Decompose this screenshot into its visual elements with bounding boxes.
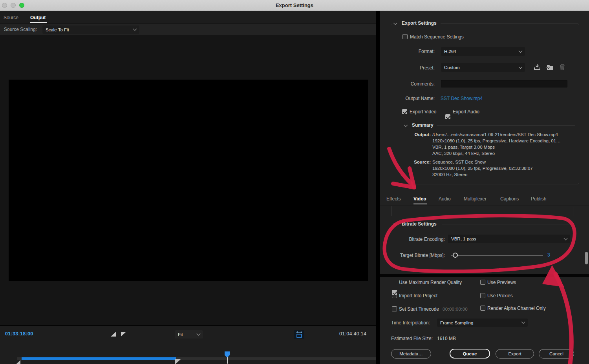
summary-source-line: Sequence, SST Dec Show: [432, 159, 486, 165]
playhead-marker[interactable]: [225, 351, 230, 358]
bitrate-header[interactable]: Bitrate Settings: [402, 221, 437, 227]
cancel-button[interactable]: Cancel: [539, 349, 574, 359]
video-preview-frame: [9, 80, 368, 281]
render-alpha-label: Render Alpha Channel Only: [487, 306, 546, 311]
tab-video[interactable]: Video: [413, 196, 426, 202]
set-out-point-icon[interactable]: [121, 332, 126, 337]
export-range-icon[interactable]: [294, 330, 304, 339]
use-previews-label: Use Previews: [487, 280, 516, 285]
export-settings-window: Export Settings Source Output Source Sca…: [0, 0, 589, 364]
summary-output-line: AAC, 320 kbps, 44 kHz, Stereo: [432, 150, 495, 157]
zoom-level-dropdown[interactable]: Fit: [175, 330, 203, 339]
transport-bar: 01:33:18:00 Fit 01:04:40:14: [0, 325, 376, 364]
export-video-checkbox[interactable]: [402, 109, 407, 114]
preview-panel: Source Output Source Scaling: Scale To F…: [0, 11, 376, 364]
max-render-quality-label: Use Maximum Render Quality: [399, 280, 462, 285]
current-timecode[interactable]: 01:33:18:00: [5, 331, 33, 337]
import-into-project-checkbox[interactable]: [392, 293, 397, 298]
output-name-link[interactable]: SST Dec Show.mp4: [441, 96, 483, 101]
chevron-down-icon: [197, 332, 201, 336]
set-in-point-icon[interactable]: [111, 332, 116, 337]
format-label: Format:: [395, 49, 435, 54]
export-audio-label: Export Audio: [453, 109, 479, 115]
delete-preset-icon[interactable]: [559, 64, 565, 71]
file-size-value: 1610 MB: [437, 336, 456, 341]
export-settings-header[interactable]: Export Settings: [402, 20, 439, 26]
time-interpolation-value: Frame Sampling: [440, 320, 522, 325]
chevron-down-icon: [519, 49, 523, 53]
format-value: H.264: [444, 49, 519, 54]
scrolled-groupbox-edge: [574, 206, 574, 216]
queue-button[interactable]: Queue: [450, 349, 490, 359]
toolbar-divider: [144, 25, 144, 34]
tab-audio[interactable]: Audio: [439, 196, 451, 202]
tab-publish[interactable]: Publish: [531, 196, 546, 202]
output-name-label: Output Name:: [395, 96, 435, 101]
scrolled-groupbox-edge: [391, 206, 392, 216]
preview-tab-bar: Source Output: [0, 11, 376, 24]
playhead-stem: [227, 357, 228, 364]
zoom-level-value: Fit: [178, 332, 197, 337]
panel-divider: [380, 274, 589, 277]
target-bitrate-slider-knob[interactable]: [453, 253, 458, 258]
summary-source-label: Source:: [399, 159, 431, 165]
chevron-down-icon: [133, 27, 137, 31]
summary-output-line: /Users/…ents/samasama/1-09-21/renders/SS…: [432, 131, 558, 138]
set-start-timecode-label: Set Start Timecode: [399, 306, 439, 312]
summary-header[interactable]: Summary: [412, 122, 434, 128]
settings-tab-bar: Effects Video Audio Multiplexer Captions…: [380, 193, 589, 206]
comments-label: Comments:: [395, 81, 435, 87]
preset-dropdown[interactable]: Custom: [441, 63, 525, 72]
tab-multiplexer[interactable]: Multiplexer: [464, 196, 487, 202]
bitrate-hairline: [442, 224, 573, 224]
preset-value: Custom: [444, 65, 519, 70]
start-timecode-value[interactable]: 00:00:00:00: [443, 307, 468, 311]
tab-captions[interactable]: Captions: [500, 196, 519, 202]
tab-output-underline: [30, 22, 47, 23]
target-bitrate-slider-track[interactable]: [451, 255, 543, 256]
chevron-down-icon: [521, 320, 525, 324]
use-previews-checkbox[interactable]: [480, 280, 485, 285]
tab-video-underline: [413, 204, 427, 204]
bitrate-encoding-label: Bitrate Encoding:: [394, 237, 445, 242]
import-preset-icon[interactable]: [546, 64, 554, 71]
comments-input[interactable]: [441, 80, 567, 87]
use-proxies-checkbox[interactable]: [480, 293, 485, 298]
match-sequence-label: Match Sequence Settings: [410, 34, 464, 40]
export-button[interactable]: Export: [496, 349, 534, 359]
export-video-label: Export Video: [410, 109, 437, 115]
bitrate-encoding-value: VBR, 1 pass: [451, 237, 564, 241]
set-start-timecode-checkbox[interactable]: [392, 306, 397, 311]
title-bar: Export Settings: [0, 0, 589, 11]
source-scaling-label: Source Scaling:: [4, 27, 37, 32]
tab-output[interactable]: Output: [30, 15, 46, 20]
source-scaling-dropdown[interactable]: Scale To Fit: [42, 25, 139, 34]
summary-output-label: Output:: [399, 131, 431, 138]
tab-effects[interactable]: Effects: [386, 196, 401, 202]
format-dropdown[interactable]: H.264: [441, 47, 525, 56]
range-end-handle[interactable]: [175, 359, 181, 364]
metadata-button[interactable]: Metadata…: [391, 349, 431, 359]
tab-source[interactable]: Source: [4, 15, 18, 20]
source-scaling-value: Scale To Fit: [46, 27, 134, 32]
range-start-handle[interactable]: [15, 360, 20, 364]
match-sequence-checkbox[interactable]: [402, 34, 408, 39]
duration-timecode: 01:04:40:14: [339, 331, 366, 337]
render-alpha-checkbox[interactable]: [480, 306, 485, 311]
window-title: Export Settings: [0, 2, 589, 8]
range-selected-bar[interactable]: [22, 357, 176, 360]
summary-source-line: 1920x1080 (1.0), 25 fps, Progressive, 02…: [432, 165, 533, 171]
import-into-project-label: Import Into Project: [399, 293, 437, 298]
export-audio-checkbox[interactable]: [445, 114, 450, 119]
summary-output-line: 1920x1080 (1.0), 25 fps, Progressive, Ha…: [432, 138, 561, 144]
time-interpolation-dropdown[interactable]: Frame Sampling: [437, 318, 528, 327]
target-bitrate-value[interactable]: 3: [547, 252, 550, 258]
settings-scrollbar[interactable]: [585, 252, 588, 264]
use-proxies-label: Use Proxies: [487, 293, 513, 298]
save-preset-icon[interactable]: [533, 64, 541, 71]
bitrate-encoding-dropdown[interactable]: VBR, 1 pass: [448, 235, 570, 243]
chevron-down-icon: [519, 65, 523, 69]
source-scaling-bar: Source Scaling: Scale To Fit: [0, 24, 376, 35]
summary-hairline: [437, 125, 575, 126]
time-interpolation-label: Time Interpolation:: [391, 320, 430, 326]
